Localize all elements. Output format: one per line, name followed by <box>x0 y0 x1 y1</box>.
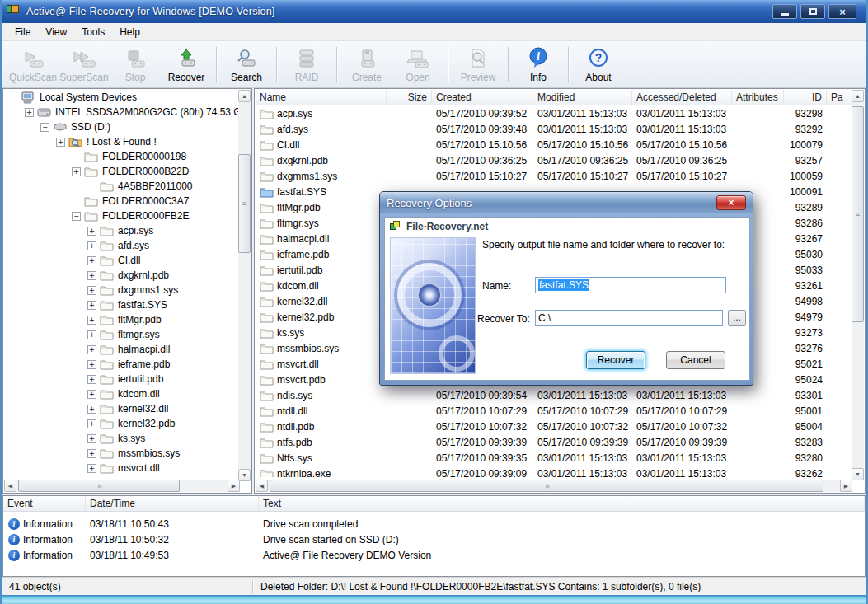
column-header-pa[interactable]: Pa <box>827 90 852 105</box>
tree-hscrollbar[interactable]: ◀ ≡ ▶ <box>4 480 240 492</box>
tree-item[interactable]: +mssmbios.sys <box>4 446 239 461</box>
tree-item[interactable]: −FOLDER0000FB2E <box>4 208 239 223</box>
tree-item[interactable]: +ks.sys <box>4 431 239 446</box>
tree-item[interactable]: Local System Devices <box>4 90 239 105</box>
name-input[interactable]: fastfat.SYS <box>535 277 726 293</box>
tree-expander-icon[interactable]: + <box>87 419 96 428</box>
tree-expander-icon[interactable]: + <box>87 227 96 236</box>
table-row[interactable]: ntdll.pdb05/17/2010 10:07:3205/17/2010 1… <box>256 419 852 434</box>
tree-expander-icon[interactable]: + <box>87 375 96 384</box>
menu-item-view[interactable]: View <box>38 25 74 40</box>
list-scroll-up-icon[interactable]: ▲ <box>852 90 864 102</box>
tree-item[interactable]: +msvcrt.dll <box>4 461 239 475</box>
tree-expander-icon[interactable]: + <box>87 390 96 399</box>
menu-item-help[interactable]: Help <box>112 25 148 40</box>
tree-expander-icon[interactable]: + <box>87 360 96 369</box>
tree-scroll-up-icon[interactable]: ▲ <box>238 90 251 102</box>
tree-expander-icon[interactable]: + <box>87 256 96 265</box>
cancel-button[interactable]: Cancel <box>666 351 725 369</box>
tree-expander-icon[interactable]: + <box>87 271 96 280</box>
list-hscroll-thumb[interactable]: ≡ <box>270 480 823 492</box>
table-row[interactable]: acpi.sys05/17/2010 09:39:5203/01/2011 15… <box>256 105 852 121</box>
menu-item-tools[interactable]: Tools <box>74 25 112 40</box>
list-scroll-right-icon[interactable]: ▶ <box>840 480 852 492</box>
column-header-modified[interactable]: Modified <box>533 90 632 105</box>
tree-item[interactable]: FOLDER00000198 <box>4 149 239 164</box>
tree-item[interactable]: +ieframe.pdb <box>4 357 239 372</box>
tree-expander-icon[interactable]: + <box>72 167 81 176</box>
tree-expander-icon[interactable]: − <box>40 123 49 132</box>
tree-item[interactable]: −SSD (D:) <box>4 119 239 134</box>
tree-item[interactable]: +acpi.sys <box>4 223 239 238</box>
tree-item[interactable]: +fltMgr.pdb <box>4 312 239 327</box>
tree-expander-icon[interactable]: + <box>25 108 34 117</box>
column-header-created[interactable]: Created <box>432 90 533 105</box>
column-header-size[interactable]: Size <box>387 90 432 105</box>
minimize-button[interactable] <box>772 4 797 19</box>
tree-item[interactable]: +! Lost & Found ! <box>4 134 239 149</box>
list-hscrollbar[interactable]: ◀ ≡ ▶ <box>256 480 852 492</box>
tree-item[interactable]: +INTEL SSDSA2M080G2GC (80h) 74.53 GB <box>4 105 239 119</box>
table-row[interactable]: ntdll.dll05/17/2010 10:07:2905/17/2010 1… <box>256 403 852 419</box>
tree-item[interactable]: +kernel32.dll <box>4 401 239 416</box>
table-row[interactable]: ntkrnlpa.exe05/17/2010 09:39:0903/01/201… <box>256 466 852 477</box>
tree-expander-icon[interactable]: + <box>87 449 96 458</box>
browse-button[interactable]: ... <box>728 310 746 326</box>
tree-expander-icon[interactable]: + <box>87 316 96 325</box>
tree-item[interactable]: 4A5BBF2011000 <box>4 179 239 194</box>
column-header-id[interactable]: ID <box>784 90 827 105</box>
tree-expander-icon[interactable]: + <box>87 405 96 414</box>
table-row[interactable]: Ntfs.sys05/17/2010 09:39:3503/01/2011 15… <box>256 450 852 466</box>
table-row[interactable]: afd.sys05/17/2010 09:39:4803/01/2011 15:… <box>256 121 852 137</box>
close-button[interactable]: × <box>828 4 856 19</box>
tree-hscroll-thumb[interactable]: ≡ <box>18 480 180 492</box>
table-row[interactable]: dxgmms1.sys05/17/2010 15:10:2705/17/2010… <box>256 168 852 184</box>
tree-item[interactable]: +fltmgr.sys <box>4 327 239 342</box>
recover-confirm-button[interactable]: Recover <box>586 351 645 369</box>
tree-item[interactable]: +kernel32.pdb <box>4 416 239 431</box>
tree-expander-icon[interactable]: + <box>87 301 96 310</box>
dialog-title-bar[interactable]: Recovery Options × <box>380 192 753 213</box>
column-header-name[interactable]: Name <box>256 90 387 105</box>
toolbar-button-recover[interactable]: Recover <box>161 44 212 86</box>
list-scroll-down-icon[interactable]: ▼ <box>852 468 864 480</box>
tree-item[interactable]: +dxgkrnl.pdb <box>4 268 239 283</box>
column-header-attributes[interactable]: Attributes <box>732 90 784 105</box>
dialog-close-button[interactable]: × <box>716 195 746 210</box>
tree-expander-icon[interactable]: + <box>87 286 96 295</box>
tree-expander-icon[interactable]: + <box>87 464 96 473</box>
tree-item[interactable]: +FOLDER0000B22D <box>4 164 239 179</box>
log-column-header-text[interactable]: Text <box>259 496 865 511</box>
log-row[interactable]: iInformation03/18/11 10:49:53Active@ Fil… <box>3 547 865 563</box>
column-header-accessed-deleted[interactable]: Accessed/Deleted <box>632 90 732 105</box>
tree-vscrollbar[interactable]: ▲ ≡ ▼ <box>238 90 251 481</box>
tree-expander-icon[interactable]: + <box>87 434 96 443</box>
list-scroll-left-icon[interactable]: ◀ <box>256 480 268 492</box>
tree-item[interactable]: FOLDER0000C3A7 <box>4 194 239 208</box>
toolbar-button-info[interactable]: iInfo <box>513 44 564 86</box>
log-row[interactable]: iInformation03/18/11 10:50:32Drive scan … <box>3 531 865 547</box>
tree-scroll-left-icon[interactable]: ◀ <box>4 480 16 492</box>
toolbar-button-about[interactable]: ?About <box>573 44 624 86</box>
table-row[interactable]: ntfs.pdb05/17/2010 09:39:3905/17/2010 09… <box>256 434 852 450</box>
tree-item[interactable]: +iertutil.pdb <box>4 372 239 386</box>
tree-item[interactable]: +dxgmms1.sys <box>4 283 239 297</box>
recover-to-input[interactable]: C:\ <box>535 310 723 326</box>
tree-item[interactable]: +halmacpi.dll <box>4 342 239 357</box>
table-row[interactable]: CI.dll05/17/2010 15:10:5605/17/2010 15:1… <box>256 137 852 152</box>
menu-item-file[interactable]: File <box>7 25 38 40</box>
log-column-header-date-time[interactable]: Date/Time <box>86 496 259 511</box>
toolbar-button-search[interactable]: Search <box>221 44 272 86</box>
tree-item[interactable]: +fastfat.SYS <box>4 297 239 312</box>
tree-expander-icon[interactable]: + <box>56 138 65 147</box>
tree-scroll-right-icon[interactable]: ▶ <box>228 480 240 492</box>
tree-expander-icon[interactable]: + <box>87 345 96 354</box>
tree-item[interactable]: +kdcom.dll <box>4 386 239 401</box>
tree-scroll-down-icon[interactable]: ▼ <box>238 469 251 481</box>
tree-item[interactable]: +CI.dll <box>4 253 239 268</box>
tree-vscroll-thumb[interactable]: ≡ <box>238 154 251 253</box>
list-vscroll-thumb[interactable]: ≡ <box>852 106 864 322</box>
tree-expander-icon[interactable]: − <box>72 212 81 221</box>
tree-expander-icon[interactable]: + <box>87 330 96 339</box>
table-row[interactable]: dxgkrnl.pdb05/17/2010 09:36:2505/17/2010… <box>256 152 852 168</box>
